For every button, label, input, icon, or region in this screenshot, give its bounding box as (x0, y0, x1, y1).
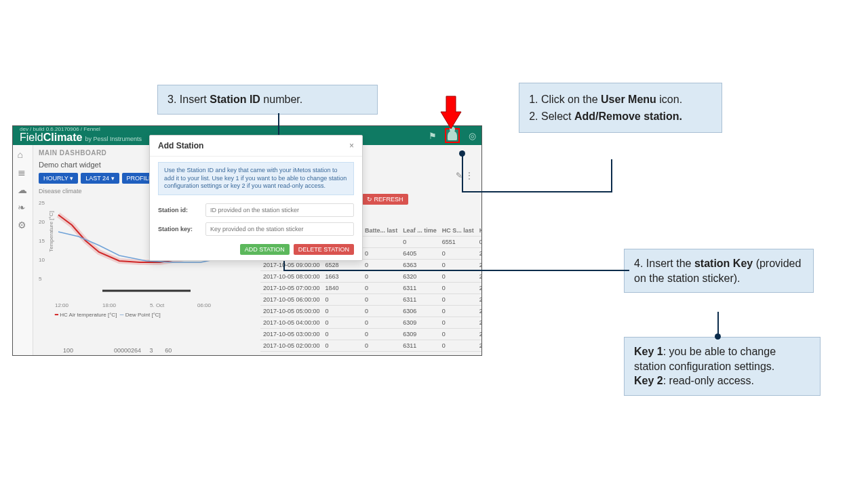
step-1: Click on the User Menu icon. (541, 92, 712, 107)
station-id-label: Station id: (158, 207, 199, 214)
y-tick: 20 (39, 219, 45, 225)
screenshot-panel: dev / build 0.6.20170906 / Fennel FieldC… (12, 125, 482, 356)
chart-title: Disease climate (39, 188, 82, 195)
connector (462, 191, 612, 192)
col-header: Leaf ... time (400, 225, 439, 237)
text: 3. Insert (167, 94, 210, 105)
flag-icon[interactable]: ⚑ (427, 130, 438, 141)
y-tick: 5 (39, 276, 41, 282)
svg-marker-0 (441, 96, 461, 129)
text: number. (260, 94, 302, 105)
nav-icon[interactable]: ≣ (18, 167, 28, 178)
hourly-button[interactable]: HOURLY (39, 173, 78, 184)
col-header: Batte... last (362, 225, 400, 237)
text-bold: Station ID (210, 94, 260, 105)
x-tick: 18:00 (102, 302, 116, 308)
station-key-input[interactable] (205, 222, 354, 236)
leaf-icon[interactable]: ❧ (18, 202, 28, 213)
cloud-icon[interactable]: ☁ (18, 184, 28, 195)
col-header: HC avg (477, 225, 482, 237)
callout-step-4: 4. Insert the station Key (provided on t… (624, 249, 814, 293)
x-tick: 5. Oct (150, 302, 164, 308)
col-header: HC S... last (439, 225, 477, 237)
x-tick: 06:00 (197, 302, 211, 308)
y-axis-label: Temperature [°C] (48, 211, 54, 252)
chart-legend: ━ HC Air temperature [°C] ─ Dew Point [°… (55, 312, 161, 318)
modal-title: Add Station (158, 141, 203, 150)
red-arrow-icon (437, 95, 465, 129)
table-row: 2017-10-05 08:00:00166306320020076...11 (260, 271, 482, 283)
add-station-button[interactable]: ADD STATION (240, 244, 290, 255)
connector-dot (459, 150, 465, 157)
table-row: 2017-10-05 04:00:00006309020076...9.5 (260, 317, 482, 329)
footer-fragment: 100 00000264 3 60 (63, 347, 172, 354)
step-2: Select Add/Remove station. (541, 109, 712, 124)
y-tick: 25 (39, 200, 45, 206)
gear-icon[interactable]: ⚙ (18, 220, 28, 230)
y-tick: 15 (39, 238, 45, 244)
connector (283, 270, 629, 271)
home-icon[interactable]: ⌂ (18, 149, 28, 160)
callout-keys: Key 1: you be able to change station con… (624, 337, 821, 396)
connector-dot (715, 333, 721, 340)
add-station-modal: Add Station × Use the Station ID and key… (149, 135, 363, 261)
modal-info: Use the Station ID and key that came wit… (158, 162, 354, 195)
table-row: 2017-10-05 09:00:00652806363020076...14 (260, 260, 482, 271)
sidebar: ⌂ ≣ ☁ ❧ ⚙ (13, 145, 33, 355)
last24-button[interactable]: LAST 24 (81, 173, 119, 184)
table-row: 2017-10-05 06:00:00006311020076...9.0 (260, 294, 482, 306)
breadcrumb: dev / build 0.6.20170906 / Fennel (20, 126, 100, 132)
table-row: 2017-10-05 07:00:00184006311020076...8.8 (260, 283, 482, 294)
delete-station-button[interactable]: DELETE STATION (294, 244, 354, 255)
callout-steps-1-2: Click on the User Menu icon. Select Add/… (519, 83, 722, 133)
connector (611, 159, 612, 192)
x-tick: 12:00 (55, 302, 68, 308)
station-id-input[interactable] (205, 203, 354, 217)
table-row: 2017-10-05 05:00:00006306020076...9.0 (260, 306, 482, 317)
close-icon[interactable]: × (349, 141, 354, 150)
refresh-button[interactable]: ↻ REFRESH (362, 194, 408, 205)
y-tick: 10 (39, 257, 45, 263)
station-key-label: Station key: (158, 226, 199, 232)
table-row: 2017-10-05 03:00:00006309020076...9.6 (260, 329, 482, 340)
user-menu-button[interactable] (445, 128, 460, 143)
callout-step-3: 3. Insert Station ID number. (157, 85, 378, 115)
brand-logo: FieldClimate by Pessl Instruments (20, 131, 142, 144)
table-row: 2017-10-05 02:00:00006311020076...9.0 (260, 340, 482, 352)
broadcast-icon[interactable]: ◎ (467, 130, 477, 141)
connector (462, 150, 463, 192)
user-icon (448, 131, 457, 140)
more-icon[interactable]: ⋮ (465, 171, 473, 180)
